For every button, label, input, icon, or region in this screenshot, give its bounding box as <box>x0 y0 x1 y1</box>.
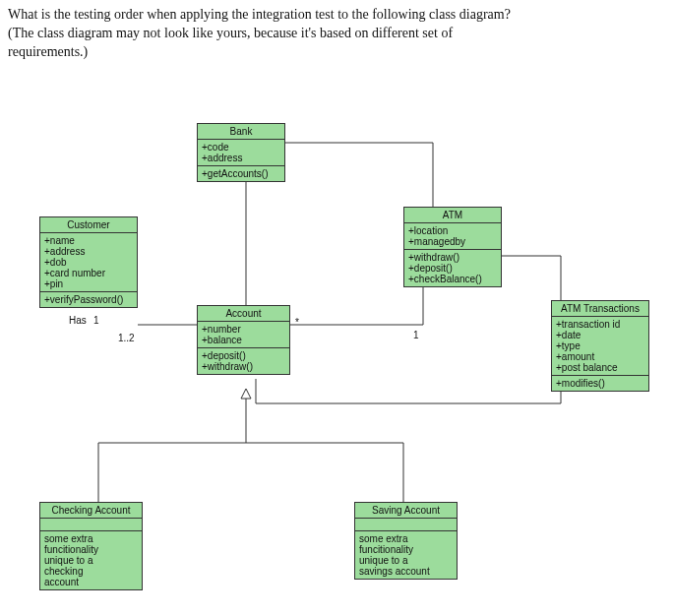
assoc-label-has: Has <box>69 315 87 326</box>
op: +checkBalance() <box>408 274 497 284</box>
class-customer: Customer +name +address +dob +card numbe… <box>39 216 138 308</box>
op: some extra <box>359 533 453 544</box>
op: funcitionality <box>359 544 453 555</box>
uml-canvas: Bank +code +address +getAccounts() Custo… <box>0 108 673 616</box>
class-account: Account +number +balance +deposit() +wit… <box>197 305 290 375</box>
op: funcitionality <box>44 544 138 555</box>
attr: +location <box>408 225 497 236</box>
multiplicity-star: * <box>295 317 299 328</box>
multiplicity-1: 1 <box>93 315 99 326</box>
attr: +transaction id <box>556 319 644 330</box>
op: unique to a <box>359 555 453 566</box>
svg-marker-12 <box>241 389 251 399</box>
attr: +amount <box>556 351 644 362</box>
op: unique to a <box>44 555 138 566</box>
class-title: ATM Transactions <box>552 301 648 317</box>
question-line1: What is the testing order when applying … <box>8 7 511 22</box>
attr: +post balance <box>556 362 644 373</box>
attr: +balance <box>202 335 285 345</box>
op: some extra <box>44 533 138 544</box>
attr: +card number <box>44 268 133 278</box>
class-title: ATM <box>404 208 501 223</box>
class-title: Checking Account <box>40 503 142 519</box>
op: +withdraw() <box>202 361 285 372</box>
class-title: Bank <box>198 124 284 140</box>
op: +deposit() <box>408 263 497 274</box>
op: +withdraw() <box>408 252 497 263</box>
op: account <box>44 577 138 587</box>
op: savings account <box>359 566 453 577</box>
question-line3: requirements.) <box>8 44 88 59</box>
class-checking-account: Checking Account some extra funcitionali… <box>39 502 143 590</box>
multiplicity-1-2: 1..2 <box>118 333 135 343</box>
class-title: Saving Account <box>355 503 457 519</box>
class-atm-transactions: ATM Transactions +transaction id +date +… <box>551 300 649 392</box>
class-saving-account: Saving Account some extra funcitionality… <box>354 502 458 580</box>
attr: +code <box>202 142 280 153</box>
attr: +pin <box>44 278 133 289</box>
question-line2: (The class diagram may not look like you… <box>8 26 453 40</box>
multiplicity-1-atm: 1 <box>413 330 419 340</box>
attr: +managedby <box>408 236 497 247</box>
op: +verifyPassword() <box>44 294 133 305</box>
question-text: What is the testing order when applying … <box>0 0 673 66</box>
op: +getAccounts() <box>202 168 280 179</box>
class-bank: Bank +code +address +getAccounts() <box>197 123 285 182</box>
attr: +name <box>44 235 133 246</box>
attr: +date <box>556 330 644 340</box>
op: +deposit() <box>202 350 285 361</box>
class-title: Account <box>198 306 289 322</box>
attr: +number <box>202 324 285 335</box>
attr: +dob <box>44 257 133 268</box>
op: +modifies() <box>556 378 644 389</box>
class-title: Customer <box>40 217 137 233</box>
op: checking <box>44 566 138 577</box>
attr: +address <box>202 153 280 163</box>
attr: +address <box>44 246 133 257</box>
attr: +type <box>556 340 644 351</box>
class-atm: ATM +location +managedby +withdraw() +de… <box>403 207 502 287</box>
